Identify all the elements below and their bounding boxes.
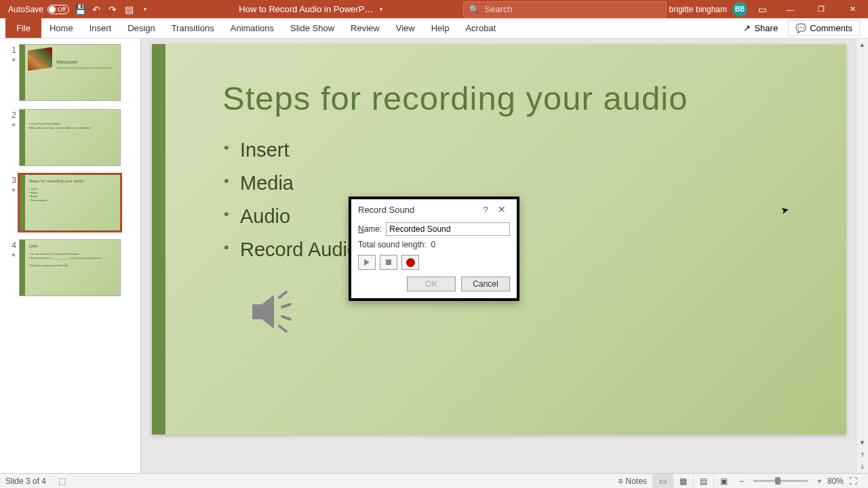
comments-button[interactable]: 💬 Comments bbox=[788, 20, 860, 36]
dialog-title: Record Sound bbox=[358, 205, 414, 215]
bullet-item: Insert bbox=[224, 139, 358, 161]
user-account[interactable]: brigitte bingham BB bbox=[667, 2, 750, 17]
tab-review[interactable]: Review bbox=[342, 18, 388, 38]
quick-access-toolbar: AutoSave Off 💾 ↶ ↷ ▤ ▾ bbox=[0, 4, 159, 15]
svg-line-1 bbox=[282, 304, 290, 307]
tab-file[interactable]: File bbox=[5, 18, 41, 38]
audio-placeholder-icon[interactable] bbox=[247, 288, 301, 336]
bullet-item: Media bbox=[224, 172, 358, 195]
svg-line-0 bbox=[279, 292, 286, 298]
sound-length-row: Total sound length: 0 bbox=[358, 240, 510, 249]
scroll-down-icon[interactable]: ▼ bbox=[856, 436, 868, 449]
slide-bullet-list: Insert Media Audio Record Audio bbox=[224, 139, 358, 272]
search-icon: 🔍 bbox=[469, 5, 479, 14]
title-dropdown-icon[interactable]: ▾ bbox=[380, 6, 382, 12]
tab-animations[interactable]: Animations bbox=[222, 18, 282, 38]
notes-icon: ≡ bbox=[618, 476, 623, 486]
tab-acrobat[interactable]: Acrobat bbox=[457, 18, 504, 38]
record-button[interactable] bbox=[401, 255, 419, 270]
zoom-level[interactable]: 80% bbox=[827, 476, 844, 486]
stop-icon bbox=[386, 260, 391, 265]
ribbon-display-icon[interactable]: ▭ bbox=[757, 4, 768, 15]
thumbnail-row: 3★ Steps for recording your audio • Inse… bbox=[0, 174, 136, 231]
slide-thumbnail-1[interactable]: Welcome! HOW TO RECORD AUDIO IN POWERPOI… bbox=[19, 44, 121, 101]
maximize-button[interactable]: ❐ bbox=[806, 0, 837, 18]
stop-button[interactable] bbox=[380, 255, 397, 270]
name-label: Name: bbox=[358, 224, 382, 234]
zoom-out-button[interactable]: − bbox=[734, 476, 749, 486]
scroll-up-icon[interactable]: ▲ bbox=[856, 39, 868, 51]
animation-indicator-icon: ★ bbox=[0, 186, 16, 193]
dialog-titlebar[interactable]: Record Sound ? ✕ bbox=[351, 199, 517, 220]
ribbon-tabs: File Home Insert Design Transitions Anim… bbox=[0, 18, 868, 39]
slide-thumbnail-4[interactable]: Q&A This has been an eLearning Presentat… bbox=[19, 239, 121, 296]
prev-slide-icon[interactable]: ⇑ bbox=[856, 449, 868, 461]
present-from-beginning-icon[interactable]: ▤ bbox=[123, 4, 134, 15]
close-button[interactable]: ✕ bbox=[837, 0, 868, 18]
qat-customize-icon[interactable]: ▾ bbox=[140, 4, 151, 15]
dialog-close-button[interactable]: ✕ bbox=[494, 204, 510, 215]
tab-design[interactable]: Design bbox=[119, 18, 163, 38]
share-icon: ↗ bbox=[743, 23, 751, 33]
save-icon[interactable]: 💾 bbox=[75, 4, 85, 15]
autosave-toggle[interactable]: AutoSave Off bbox=[8, 5, 69, 14]
slide-accent-bar bbox=[152, 44, 165, 434]
tab-home[interactable]: Home bbox=[41, 18, 81, 38]
slide-thumbnail-2[interactable]: Create PowerPoint Slides Add audio as yo… bbox=[19, 109, 121, 166]
view-buttons: ▭ ▦ ▤ ▣ bbox=[652, 474, 734, 489]
search-input[interactable]: 🔍 Search bbox=[463, 1, 667, 18]
slide-sorter-button[interactable]: ▦ bbox=[673, 474, 693, 489]
vertical-scrollbar[interactable]: ▲ ▼ ⇑ ⇓ bbox=[856, 39, 868, 473]
zoom-slider[interactable] bbox=[753, 480, 808, 482]
tab-transitions[interactable]: Transitions bbox=[163, 18, 222, 38]
thumbnail-row: 2★ Create PowerPoint Slides Add audio as… bbox=[0, 109, 136, 166]
record-sound-dialog: Record Sound ? ✕ Name: Total sound lengt… bbox=[349, 197, 519, 301]
slide-title: Steps for recording your audio bbox=[222, 79, 688, 117]
animation-indicator-icon: ★ bbox=[0, 56, 16, 63]
normal-view-button[interactable]: ▭ bbox=[652, 474, 673, 489]
tab-view[interactable]: View bbox=[388, 18, 423, 38]
next-slide-icon[interactable]: ⇓ bbox=[856, 461, 868, 473]
svg-line-3 bbox=[279, 326, 286, 331]
thumbnail-row: 4★ Q&A This has been an eLearning Presen… bbox=[0, 239, 136, 296]
undo-icon[interactable]: ↶ bbox=[91, 4, 102, 15]
bullet-item: Record Audio bbox=[224, 239, 358, 261]
title-bar: AutoSave Off 💾 ↶ ↷ ▤ ▾ How to Record Aud… bbox=[0, 0, 868, 18]
slide-thumbnail-3[interactable]: Steps for recording your audio • Insert … bbox=[19, 174, 121, 231]
reading-view-button[interactable]: ▤ bbox=[693, 474, 713, 489]
sound-length-value: 0 bbox=[431, 240, 435, 249]
play-button[interactable] bbox=[358, 255, 376, 270]
cancel-button[interactable]: Cancel bbox=[461, 277, 510, 291]
user-name: brigitte bingham bbox=[669, 5, 727, 14]
tab-insert[interactable]: Insert bbox=[81, 18, 120, 38]
slide-indicator: Slide 3 of 4 bbox=[5, 476, 46, 486]
play-icon bbox=[364, 259, 370, 266]
tab-slide-show[interactable]: Slide Show bbox=[282, 18, 342, 38]
notes-button[interactable]: ≡ Notes bbox=[613, 476, 652, 486]
redo-icon[interactable]: ↷ bbox=[107, 4, 118, 15]
ok-button[interactable]: OK bbox=[407, 277, 456, 291]
record-icon bbox=[406, 258, 415, 267]
tab-help[interactable]: Help bbox=[423, 18, 458, 38]
animation-indicator-icon: ★ bbox=[0, 251, 16, 258]
autosave-label: AutoSave bbox=[8, 5, 43, 14]
share-button[interactable]: ↗ Share bbox=[736, 18, 785, 38]
thumbnail-row: 1★ Welcome! HOW TO RECORD AUDIO IN POWER… bbox=[0, 44, 136, 101]
slideshow-view-button[interactable]: ▣ bbox=[713, 474, 734, 489]
name-input[interactable] bbox=[386, 222, 510, 236]
status-bar: Slide 3 of 4 ⬚ ≡ Notes ▭ ▦ ▤ ▣ − + 80% ⛶ bbox=[0, 473, 868, 488]
accessibility-checker-icon[interactable]: ⬚ bbox=[53, 476, 71, 486]
zoom-in-button[interactable]: + bbox=[812, 476, 827, 486]
comments-icon: 💬 bbox=[795, 23, 806, 33]
dialog-help-button[interactable]: ? bbox=[477, 205, 494, 215]
slide-thumbnail-panel: 1★ Welcome! HOW TO RECORD AUDIO IN POWER… bbox=[0, 39, 141, 473]
fit-to-window-button[interactable]: ⛶ bbox=[844, 476, 863, 486]
bullet-item: Audio bbox=[224, 205, 358, 228]
document-title: How to Record Audio in PowerP… ▾ bbox=[159, 4, 463, 14]
animation-indicator-icon: ★ bbox=[0, 121, 16, 128]
svg-line-2 bbox=[282, 317, 290, 319]
user-avatar: BB bbox=[732, 2, 747, 17]
minimize-button[interactable]: — bbox=[774, 0, 806, 18]
